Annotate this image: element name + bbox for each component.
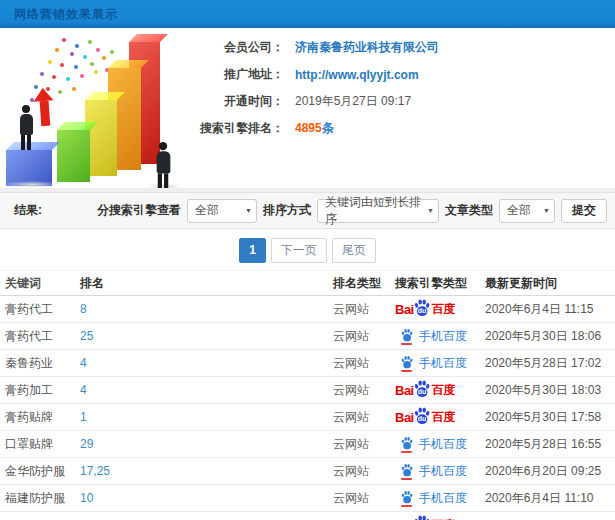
- rank-type: 云网站: [333, 355, 395, 372]
- page-title: 网络营销效果展示: [14, 6, 118, 23]
- baidu-paw-icon: du: [413, 298, 431, 317]
- baidu-paw-icon: du: [413, 514, 431, 520]
- mobile-baidu-logo: 手机百度: [400, 355, 467, 372]
- rank-type: 云网站: [333, 436, 395, 453]
- rank-count-suffix: 条: [322, 121, 334, 135]
- mobile-baidu-underline: [401, 451, 412, 453]
- rank-value[interactable]: 4: [80, 383, 333, 397]
- rank-value[interactable]: 29: [80, 437, 333, 451]
- ground-shadow: [2, 181, 62, 188]
- update-time: 2020年6月20日 09:25: [485, 463, 615, 480]
- baidu-paw-icon: du: [413, 379, 431, 398]
- rank-value[interactable]: 4: [80, 356, 333, 370]
- rank-value[interactable]: 17,25: [80, 464, 333, 478]
- keyword-link[interactable]: 金华防护服: [0, 463, 80, 480]
- promo-illustration: [0, 30, 180, 188]
- mobile-baidu-underline: [401, 505, 412, 507]
- keyword-link[interactable]: 福建防护服: [0, 490, 80, 507]
- article-type-select[interactable]: 全部: [499, 199, 555, 223]
- person-figure-left: [16, 105, 36, 150]
- promo-url-link[interactable]: http://www.qlyyjt.com: [295, 68, 419, 82]
- result-label: 结果:: [14, 202, 42, 219]
- field-label: 推广地址：: [170, 66, 295, 83]
- rank-type: 云网站: [333, 490, 395, 507]
- info-section: 会员公司： 济南秦鲁药业科技有限公司 推广地址： http://www.qlyy…: [0, 28, 615, 188]
- mobile-baidu-logo: 手机百度: [400, 490, 467, 507]
- keyword-link[interactable]: 秦鲁药业: [0, 355, 80, 372]
- member-company-link[interactable]: 济南秦鲁药业科技有限公司: [295, 39, 439, 56]
- header-engine-type: 搜索引擎类型: [395, 275, 485, 292]
- sort-label: 排序方式: [263, 202, 311, 219]
- table-row: 金华防护服 17,25 云网站 Baidu百度 手机百度 2020年6月20日 …: [0, 458, 615, 485]
- title-bar: 网络营销效果展示: [0, 0, 615, 28]
- rank-value[interactable]: 8: [80, 302, 333, 316]
- header-rank-type: 排名类型: [333, 275, 395, 292]
- update-time: 2020年5月30日 18:06: [485, 328, 615, 345]
- header-rank: 排名: [80, 275, 333, 292]
- open-time-value: 2019年5月27日 09:17: [295, 93, 411, 110]
- engine-view-selected-value: 全部: [195, 202, 219, 219]
- baidu-logo: Baidu百度: [395, 379, 455, 402]
- rank-value[interactable]: 1: [80, 410, 333, 424]
- field-label: 会员公司：: [170, 39, 295, 56]
- keyword-link[interactable]: 膏药代工: [0, 328, 80, 345]
- table-row: Baidu百度 手机百度: [0, 512, 615, 520]
- field-open-time: 开通时间： 2019年5月27日 09:17: [170, 88, 439, 115]
- confetti-dots: [0, 30, 4, 34]
- filter-controls: 分搜索引擎查看 全部 排序方式 关键词由短到长排序 文章类型 全部 提交: [97, 199, 607, 223]
- person-figure-right: [153, 142, 174, 189]
- sort-select[interactable]: 关键词由短到长排序: [317, 199, 439, 223]
- rank-type: 云网站: [333, 409, 395, 426]
- keyword-link[interactable]: 膏药代工: [0, 301, 80, 318]
- rank-value[interactable]: 10: [80, 491, 333, 505]
- baidu-logo: Baidu百度: [395, 514, 455, 520]
- update-time: 2020年5月28日 16:55: [485, 436, 615, 453]
- mobile-baidu-paw-icon: [400, 490, 414, 507]
- pagination-last-button[interactable]: 尾页: [332, 238, 376, 263]
- table-row: 膏药贴牌 1 云网站 Baidu百度 手机百度 2020年5月30日 17:58: [0, 404, 615, 431]
- table-row: 膏药代工 25 云网站 Baidu百度 手机百度 2020年5月30日 18:0…: [0, 323, 615, 350]
- header-update-time: 最新更新时间: [485, 275, 615, 292]
- rank-type: 云网站: [333, 301, 395, 318]
- company-info-fields: 会员公司： 济南秦鲁药业科技有限公司 推广地址： http://www.qlyy…: [170, 34, 439, 142]
- engine-view-select[interactable]: 全部: [187, 199, 257, 223]
- mobile-baidu-logo: 手机百度: [400, 463, 467, 480]
- keyword-link[interactable]: 口罩贴牌: [0, 436, 80, 453]
- table-row: 口罩贴牌 29 云网站 Baidu百度 手机百度 2020年5月28日 16:5…: [0, 431, 615, 458]
- submit-button[interactable]: 提交: [561, 199, 607, 223]
- field-engine-rank-count: 搜索引擎排名： 4895条: [170, 115, 439, 142]
- mobile-baidu-underline: [401, 478, 412, 480]
- baidu-paw-icon: du: [413, 406, 431, 425]
- rank-count-number: 4895: [295, 121, 322, 135]
- rank-type: 云网站: [333, 328, 395, 345]
- mobile-baidu-logo: 手机百度: [400, 328, 467, 345]
- update-time: 2020年5月30日 18:03: [485, 382, 615, 399]
- keyword-link[interactable]: 膏药贴牌: [0, 409, 80, 426]
- update-time: 2020年6月4日 11:10: [485, 490, 615, 507]
- mobile-baidu-label: 手机百度: [419, 436, 467, 453]
- mobile-baidu-logo: 手机百度: [400, 436, 467, 453]
- pagination-page-1[interactable]: 1: [239, 238, 266, 263]
- rank-value[interactable]: 25: [80, 329, 333, 343]
- rank-type: 云网站: [333, 463, 395, 480]
- keyword-link[interactable]: 膏药加工: [0, 382, 80, 399]
- update-time: 2020年5月28日 17:02: [485, 355, 615, 372]
- mobile-baidu-label: 手机百度: [419, 328, 467, 345]
- mobile-baidu-label: 手机百度: [419, 463, 467, 480]
- pagination-next-button[interactable]: 下一页: [271, 238, 327, 263]
- bar-shape-green: [57, 130, 90, 182]
- table-row: 秦鲁药业 4 云网站 Baidu百度 手机百度 2020年5月28日 17:02: [0, 350, 615, 377]
- table-header-row: 关键词 排名 排名类型 搜索引擎类型 最新更新时间: [0, 270, 615, 296]
- results-table: 关键词 排名 排名类型 搜索引擎类型 最新更新时间 膏药代工 8 云网站 Bai…: [0, 270, 615, 520]
- table-row: 膏药加工 4 云网站 Baidu百度 手机百度 2020年5月30日 18:03: [0, 377, 615, 404]
- filter-bar: 结果: 分搜索引擎查看 全部 排序方式 关键词由短到长排序 文章类型 全部 提交: [0, 192, 615, 229]
- up-arrow-icon: [33, 87, 56, 126]
- article-type-selected-value: 全部: [507, 202, 531, 219]
- mobile-baidu-paw-icon: [400, 328, 414, 345]
- table-row: 福建防护服 10 云网站 Baidu百度 手机百度 2020年6月4日 11:1…: [0, 485, 615, 512]
- mobile-baidu-paw-icon: [400, 436, 414, 453]
- table-body: 膏药代工 8 云网站 Baidu百度 手机百度 2020年6月4日 11:15 …: [0, 296, 615, 520]
- header-keyword: 关键词: [0, 275, 80, 292]
- sort-selected-value: 关键词由短到长排序: [325, 194, 422, 228]
- field-promo-url: 推广地址： http://www.qlyyjt.com: [170, 61, 439, 88]
